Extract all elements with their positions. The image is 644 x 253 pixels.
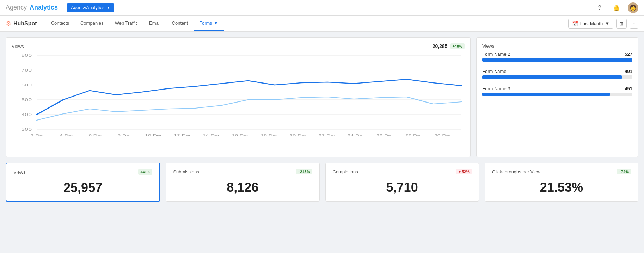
calendar-icon: 📅 <box>572 21 578 26</box>
hubspot-navigation-bar: ⚙ HubSpot Contacts Companies Web Traffic… <box>0 16 644 32</box>
nav-web-traffic[interactable]: Web Traffic <box>109 16 143 31</box>
bottom-row: Views +41% 25,957 Submissions +213% 8,12… <box>6 163 638 202</box>
bar-item-header-0: Form Name 2 527 <box>482 51 632 57</box>
stat-card-completions: Completions ▼52% 5,710 <box>325 163 479 202</box>
notifications-icon: 🔔 <box>613 4 620 11</box>
stat-card-completions-header: Completions ▼52% <box>333 169 472 174</box>
nav-contacts[interactable]: Contacts <box>45 16 75 31</box>
bar-panel-header: Views <box>482 43 632 49</box>
agency-btn-label: AgencyAnalytics <box>71 5 104 10</box>
stat-card-submissions-value: 8,126 <box>173 180 312 195</box>
stat-card-views-value: 25,957 <box>13 180 152 195</box>
svg-text:2 Dec: 2 Dec <box>31 134 46 137</box>
hubspot-bar-right-actions: 📅 Last Month ▼ ⊞ ↑ <box>568 19 638 29</box>
svg-text:800: 800 <box>21 54 32 57</box>
logo-agency-text: Agency <box>6 4 27 11</box>
svg-text:600: 600 <box>21 83 32 87</box>
stat-card-clickthroughs-title: Click-throughs per View <box>492 169 540 174</box>
chart-total-value: 20,285 <box>433 43 448 49</box>
bar-item-2: Form Name 3 451 <box>482 86 632 96</box>
column-filter-button[interactable]: ⊞ <box>616 19 627 29</box>
stat-card-views-title: Views <box>13 169 25 175</box>
nav-forms-label: Forms <box>199 20 212 26</box>
svg-text:700: 700 <box>21 68 32 72</box>
column-filter-icon: ⊞ <box>619 21 624 26</box>
stat-card-views-header: Views +41% <box>13 169 152 175</box>
forms-dropdown-icon: ▼ <box>214 20 218 26</box>
chart-panel-title: Views <box>12 44 24 49</box>
stat-card-completions-title: Completions <box>333 169 358 174</box>
date-filter-label: Last Month <box>580 21 603 26</box>
hubspot-nav-links: Contacts Companies Web Traffic Email Con… <box>45 16 568 31</box>
svg-text:400: 400 <box>21 113 32 117</box>
stat-card-submissions-trend: +213% <box>296 169 312 174</box>
date-filter-chevron-icon: ▼ <box>605 21 609 26</box>
svg-text:12 Dec: 12 Dec <box>174 134 192 137</box>
stat-card-clickthroughs-trend: +74% <box>617 169 631 174</box>
svg-text:4 Dec: 4 Dec <box>60 134 75 137</box>
bar-item-header-1: Form Name 1 491 <box>482 69 632 74</box>
bar-fill-1 <box>482 75 622 79</box>
svg-text:14 Dec: 14 Dec <box>203 134 221 137</box>
bar-track-0 <box>482 58 632 62</box>
stat-card-completions-trend: ▼52% <box>456 169 472 174</box>
bar-item-value-2: 451 <box>625 86 632 91</box>
top-bar-right-actions: ? 🔔 🧑 <box>594 2 638 13</box>
help-button[interactable]: ? <box>594 2 605 13</box>
chart-panel-stat: 20,285 +40% <box>433 43 465 49</box>
nav-forms[interactable]: Forms ▼ <box>194 16 224 31</box>
bar-track-1 <box>482 75 632 79</box>
agency-analytics-button[interactable]: AgencyAnalytics ▼ <box>67 3 114 12</box>
svg-text:24 Dec: 24 Dec <box>348 134 366 137</box>
svg-text:16 Dec: 16 Dec <box>232 134 250 137</box>
top-navigation-bar: AgencyAnalytics AgencyAnalytics ▼ ? 🔔 🧑 <box>0 0 644 16</box>
chart-svg-container: 800 700 600 500 400 300 <box>12 52 465 147</box>
line-chart-svg: 800 700 600 500 400 300 <box>12 52 465 147</box>
chart-panel-header: Views 20,285 +40% <box>12 43 465 49</box>
hubspot-logo: ⚙ HubSpot <box>6 20 37 27</box>
bar-track-2 <box>482 93 632 96</box>
user-avatar[interactable]: 🧑 <box>628 2 638 13</box>
top-bar-divider <box>62 4 62 12</box>
svg-text:6 Dec: 6 Dec <box>88 134 104 137</box>
bar-item-value-0: 527 <box>625 51 632 57</box>
stat-card-submissions: Submissions +213% 8,126 <box>166 163 319 202</box>
main-content: Views 20,285 +40% 800 700 600 500 <box>0 32 644 207</box>
svg-text:22 Dec: 22 Dec <box>319 134 337 137</box>
nav-email[interactable]: Email <box>143 16 166 31</box>
bar-item-header-2: Form Name 3 451 <box>482 86 632 91</box>
bar-item-value-1: 491 <box>625 69 632 74</box>
bar-item-0: Form Name 2 527 <box>482 51 632 62</box>
share-button[interactable]: ↑ <box>630 19 638 29</box>
stat-card-submissions-header: Submissions +213% <box>173 169 312 174</box>
bar-fill-2 <box>482 93 610 96</box>
notifications-button[interactable]: 🔔 <box>611 2 622 13</box>
hubspot-icon: ⚙ <box>6 20 11 27</box>
hubspot-brand-name: HubSpot <box>13 20 37 27</box>
bar-panel-title: Views <box>482 43 494 49</box>
svg-text:30 Dec: 30 Dec <box>434 134 452 137</box>
bar-item-name-1: Form Name 1 <box>482 69 510 74</box>
help-icon: ? <box>598 5 601 11</box>
nav-companies[interactable]: Companies <box>75 16 109 31</box>
bar-item-1: Form Name 1 491 <box>482 69 632 79</box>
share-icon: ↑ <box>633 21 635 26</box>
stat-card-completions-value: 5,710 <box>333 180 472 195</box>
avatar-icon: 🧑 <box>630 4 637 11</box>
chart-trend-badge: +40% <box>450 43 465 49</box>
bar-fill-0 <box>482 58 632 62</box>
svg-text:28 Dec: 28 Dec <box>405 134 423 137</box>
nav-content[interactable]: Content <box>166 16 194 31</box>
views-bar-panel: Views Form Name 2 527 Form Name 1 491 <box>476 37 638 157</box>
logo-area: AgencyAnalytics <box>6 4 58 11</box>
date-filter-button[interactable]: 📅 Last Month ▼ <box>568 19 613 29</box>
views-chart-panel: Views 20,285 +40% 800 700 600 500 <box>6 37 471 157</box>
logo-analytics-text: Analytics <box>30 4 58 11</box>
svg-text:20 Dec: 20 Dec <box>289 134 307 137</box>
bar-items-list: Form Name 2 527 Form Name 1 491 <box>482 51 632 96</box>
stat-card-clickthroughs-value: 21.53% <box>492 180 631 195</box>
top-row: Views 20,285 +40% 800 700 600 500 <box>6 37 638 157</box>
stat-card-views-trend: +41% <box>138 169 152 175</box>
stat-card-views: Views +41% 25,957 <box>6 163 160 202</box>
svg-text:300: 300 <box>21 128 32 131</box>
